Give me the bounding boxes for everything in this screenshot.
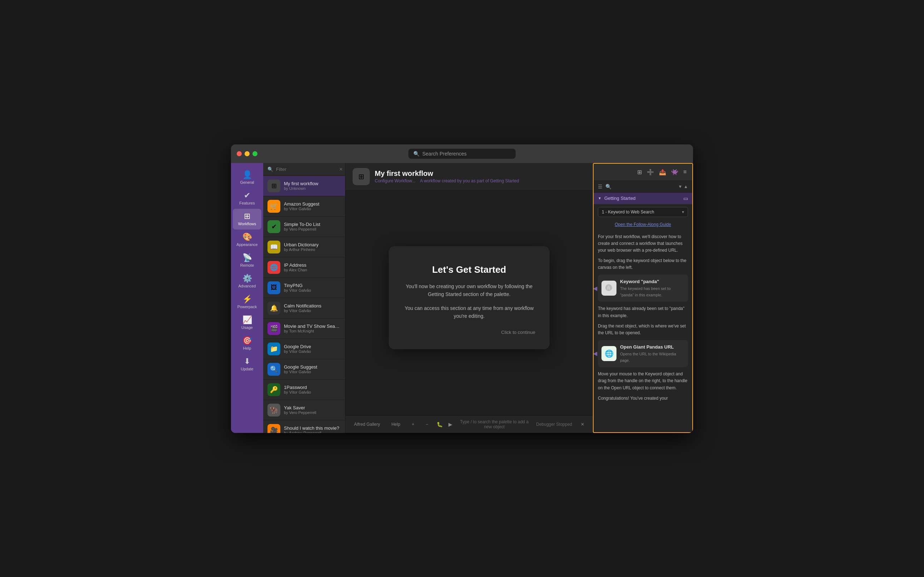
remote-icon: 📡 xyxy=(242,254,252,262)
panel-search-icon: ☰ xyxy=(598,184,603,190)
minimize-button[interactable] xyxy=(245,151,250,156)
workflow-name-9: Google Suggest xyxy=(284,364,341,370)
workflow-item-12[interactable]: 🎥 Should I watch this movie? by Andrew P… xyxy=(263,421,345,433)
workflow-item-2[interactable]: ✔ Simple To-Do List by Vero Pepperrell xyxy=(263,217,345,237)
modal-paragraph1: You'll now be creating your own workflow… xyxy=(403,282,535,298)
panel-step-dropdown[interactable]: 1 - Keyword to Web Search ▾ xyxy=(598,207,688,217)
workflow-item-9[interactable]: 🔍 Google Suggest by Vítor Galvão xyxy=(263,359,345,380)
keyword-info: Keyword "panda" The keyword has been set… xyxy=(620,278,684,298)
sort-asc-icon[interactable]: ▲ xyxy=(684,184,688,189)
workflow-item-3[interactable]: 📖 Urban Dictionary by Arthur Pinheiro xyxy=(263,237,345,257)
workflow-list: 🔍 ✕ ⊞ My first workflow by Unknown 🛒 Ama… xyxy=(263,163,345,433)
workflow-item-11[interactable]: 🦬 Yak Saver by Vero Pepperrell xyxy=(263,400,345,421)
sidebar-item-powerpack[interactable]: ⚡ Powerpack xyxy=(233,292,261,313)
workflow-item-8[interactable]: 📁 Google Drive by Vítor Galvão xyxy=(263,339,345,359)
titlebar: 🔍 Search Preferences xyxy=(231,144,693,163)
panel-toolbar-icon-5[interactable]: ≡ xyxy=(683,169,687,175)
workflow-author-1: by Vítor Galvão xyxy=(284,206,341,211)
search-placeholder: Search Preferences xyxy=(422,151,467,156)
panel-para1: For your first workflow, we'll discover … xyxy=(598,234,688,254)
workflow-item-6[interactable]: 🔔 Calm Notifications by Vítor Galvão xyxy=(263,298,345,319)
sidebar-item-general[interactable]: 👤 General xyxy=(233,167,261,188)
url-name: Open Giant Pandas URL xyxy=(620,343,684,351)
sidebar-item-help[interactable]: 🎯 Help xyxy=(233,333,261,354)
url-icon: 🌐 xyxy=(601,346,616,361)
workflow-author-10: by Vítor Galvão xyxy=(284,390,341,394)
workflow-author-5: by Vítor Galvão xyxy=(284,288,341,292)
canvas-subtitle: Configure Workflow... A workflow created… xyxy=(375,178,519,184)
maximize-button[interactable] xyxy=(252,151,258,156)
workflow-info-1: Amazon Suggest by Vítor Galvão xyxy=(284,201,341,211)
workflow-info-3: Urban Dictionary by Arthur Pinheiro xyxy=(284,242,341,252)
panel-toolbar-icon-1[interactable]: ⊞ xyxy=(637,169,642,176)
panel-search-arrows[interactable]: ▼ ▲ xyxy=(678,184,688,189)
sidebar-item-remote[interactable]: 📡 Remote xyxy=(233,250,261,271)
guide-link[interactable]: Open the Follow-Along Guide xyxy=(593,220,692,229)
sidebar-item-advanced[interactable]: ⚙️ Advanced xyxy=(233,271,261,292)
keyword-icon: 🅐 xyxy=(601,280,616,296)
panel-toolbar-icon-4[interactable]: 👾 xyxy=(671,169,678,176)
features-icon: ✔ xyxy=(244,192,250,200)
sidebar-item-appearance[interactable]: 🎨 Appearance xyxy=(233,229,261,250)
workflow-item-7[interactable]: 🎬 Movie and TV Show Search by Tom McKnig… xyxy=(263,319,345,339)
url-card[interactable]: ◀ 🌐 Open Giant Pandas URL Opens the URL … xyxy=(598,340,688,367)
debug-icon[interactable]: 🐛 xyxy=(437,421,443,427)
section-title: Getting Started xyxy=(604,195,635,201)
getting-started-modal[interactable]: Let's Get Started You'll now be creating… xyxy=(389,246,550,349)
close-button[interactable] xyxy=(237,151,242,156)
workflow-author-12: by Andrew Pepperrell xyxy=(284,431,341,433)
sidebar-item-features[interactable]: ✔ Features xyxy=(233,188,261,209)
configure-workflow-link[interactable]: Configure Workflow... xyxy=(375,178,416,184)
sidebar-item-workflows[interactable]: ⊞ Workflows xyxy=(233,209,261,229)
panel-para4: Drag the next object, which is where we'… xyxy=(598,323,688,337)
workflow-info-9: Google Suggest by Vítor Galvão xyxy=(284,364,341,374)
help-button[interactable]: Help xyxy=(389,421,403,428)
workflow-name-2: Simple To-Do List xyxy=(284,222,341,227)
close-footer-button[interactable]: ✕ xyxy=(578,421,587,428)
filter-clear-icon[interactable]: ✕ xyxy=(339,167,343,172)
appearance-icon: 🎨 xyxy=(242,233,252,241)
workflow-item-5[interactable]: 🖼 TinyPNG by Vítor Galvão xyxy=(263,278,345,298)
section-action-icon[interactable]: ▭ xyxy=(683,195,688,201)
canvas-body[interactable]: Let's Get Started You'll now be creating… xyxy=(345,190,593,416)
sidebar-item-usage[interactable]: 📈 Usage xyxy=(233,313,261,333)
workflow-item-4[interactable]: 🌐 IP Address by Alex Chan xyxy=(263,257,345,278)
usage-icon: 📈 xyxy=(242,316,252,324)
dropdown-value: 1 - Keyword to Web Search xyxy=(602,210,682,214)
workflow-icon-8: 📁 xyxy=(268,342,281,355)
workflow-info-5: TinyPNG by Vítor Galvão xyxy=(284,283,341,292)
panel-search-bar: ☰ 🔍 ▼ ▲ xyxy=(593,181,692,193)
add-object-button[interactable]: + xyxy=(409,421,417,428)
run-icon[interactable]: ▶ xyxy=(448,421,452,427)
help-icon: 🎯 xyxy=(242,337,252,345)
url-card-arrow: ◀ xyxy=(593,349,597,358)
panel-section-header[interactable]: ▼ Getting Started ▭ xyxy=(593,193,692,204)
panel-toolbar-icon-3[interactable]: 📤 xyxy=(659,169,666,176)
workflow-icon-7: 🎬 xyxy=(268,322,281,335)
url-info: Open Giant Pandas URL Opens the URL to t… xyxy=(620,343,684,364)
workflow-info-2: Simple To-Do List by Vero Pepperrell xyxy=(284,222,341,231)
search-icon: 🔍 xyxy=(413,151,419,156)
remove-object-button[interactable]: − xyxy=(422,421,431,428)
workflow-name-10: 1Password xyxy=(284,385,341,390)
workflow-item-1[interactable]: 🛒 Amazon Suggest by Vítor Galvão xyxy=(263,196,345,217)
workflow-icon-9: 🔍 xyxy=(268,363,281,376)
workflow-item-0[interactable]: ⊞ My first workflow by Unknown xyxy=(263,176,345,196)
gallery-button[interactable]: Alfred Gallery xyxy=(351,421,383,428)
workflow-name-1: Amazon Suggest xyxy=(284,201,341,206)
workflow-author-7: by Tom McKnight xyxy=(284,329,341,333)
canvas-footer: Alfred Gallery Help + − 🐛 ▶ Type / to se… xyxy=(345,416,593,433)
keyword-card[interactable]: ◀ 🅐 Keyword "panda" The keyword has been… xyxy=(598,274,688,302)
canvas-header: ⊞ My first workflow Configure Workflow..… xyxy=(345,163,593,190)
sort-desc-icon[interactable]: ▼ xyxy=(678,184,682,189)
workflow-item-10[interactable]: 🔑 1Password by Vítor Galvão xyxy=(263,380,345,400)
modal-continue[interactable]: Click to continue xyxy=(403,326,535,335)
filter-input[interactable] xyxy=(276,167,336,172)
panel-toolbar-icon-2[interactable]: ➕ xyxy=(647,169,654,176)
workflow-name-12: Should I watch this movie? xyxy=(284,425,341,431)
panel-search-input[interactable] xyxy=(614,184,675,189)
global-search-bar[interactable]: 🔍 Search Preferences xyxy=(408,149,516,159)
footer-search-hint: Type / to search the palette to add a ne… xyxy=(458,419,530,429)
workflow-author-8: by Vítor Galvão xyxy=(284,349,341,353)
sidebar-item-update[interactable]: ⬇ Update xyxy=(233,354,261,375)
